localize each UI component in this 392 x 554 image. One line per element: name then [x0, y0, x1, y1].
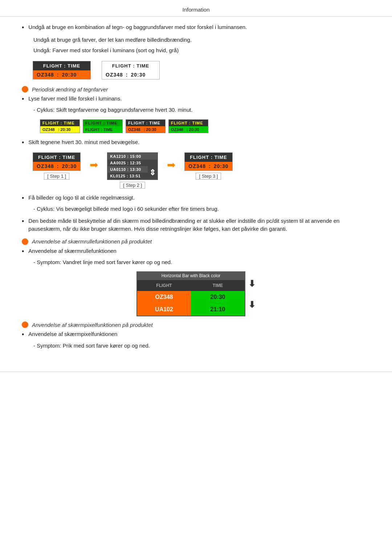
fp-header-light: FLIGHT : TIME	[102, 61, 159, 70]
cp3-row: OZ348 : 20:30	[126, 126, 165, 133]
orange-circle-text-1: Periodisk ændring af tegnfarver	[32, 86, 108, 93]
orange-circle-text-3: Anvendelse af skærmpixelfunktionen på pr…	[32, 322, 153, 328]
cycle-panel-2: FLIGHT : TIME FLIGHT : TIME	[83, 119, 123, 133]
orange-circle-icon-2	[22, 238, 28, 245]
list-item-7: • Anvendelse af skærmpixelfunktionen	[22, 330, 370, 339]
bullet-dot-3: •	[22, 138, 24, 147]
page-header: Information	[0, 0, 392, 17]
step3-header: FLIGHT : TIME	[185, 153, 232, 162]
step3-panel: FLIGHT : TIME OZ348 : 20:30	[184, 152, 232, 171]
bullet-dot-5: •	[22, 217, 24, 226]
orange-circle-item-2: Anvendelse af skærmrullefunktionen på pr…	[22, 238, 370, 245]
step1-panel: FLIGHT : TIME OZ348 : 20:30	[33, 152, 81, 171]
step1-label: [ Step 1 ]	[44, 173, 69, 180]
hbar-cell-oz: OZ348	[137, 291, 191, 303]
step1-time: 20:30	[62, 163, 77, 169]
bullet-dot: •	[22, 23, 24, 32]
step2-panel: KA1210 : 15:00 AA0025 : 12:35 UA0110 : 1…	[107, 152, 158, 180]
orange-circle-item-1: Periodisk ændring af tegnfarver	[22, 86, 370, 93]
step3-oz: OZ348	[188, 163, 206, 169]
list-item-4: • Få billeder og logo til at cirkle rege…	[22, 194, 370, 203]
indent-text: Undgå: Farver med stor forskel i luminan…	[33, 47, 179, 53]
orange-circle-text-2: Anvendelse af skærmrullefunktionen på pr…	[32, 238, 152, 245]
list-item-3: • Skift tegnene hvert 30. minut med bevæ…	[22, 138, 370, 147]
oz-label-light: OZ348	[106, 72, 123, 78]
step1-container: FLIGHT : TIME OZ348 : 20:30 [ Step 1 ]	[33, 152, 81, 180]
hbar-title: Horizontal Bar with Black color	[137, 272, 245, 279]
arrow-icon-1: ➡	[90, 159, 98, 171]
bullet-text-2: Lyse farver med lille forskel i luminans…	[28, 95, 122, 103]
hbar-data-row-2: UA102 21:10	[137, 303, 245, 316]
indent-block-2: - Cyklus: Skift tegnfarverne og baggrund…	[33, 106, 370, 114]
bullet-dot-7: •	[22, 330, 24, 339]
hbar-panel: Horizontal Bar with Black color FLIGHT T…	[136, 271, 245, 316]
hbar-cell-ua: UA102	[137, 303, 191, 316]
cp2-header: FLIGHT : TIME	[83, 120, 122, 126]
s2r2c1: AA0025 : 12:35	[110, 161, 141, 165]
indent-text: Undgå at bruge grå farver, der let kan m…	[33, 37, 192, 43]
step2-row4: KL0125 : 13:51	[108, 173, 148, 179]
indent-block: Undgå: Farver med stor forskel i luminan…	[33, 46, 370, 55]
bullet-dot-4: •	[22, 194, 24, 203]
step1-row: OZ348 : 20:30	[33, 162, 80, 171]
down-arrow-icon-2: ⬇	[248, 300, 256, 310]
fp-data-dark: OZ348 : 20:30	[33, 70, 90, 79]
indent-text-4: - Symptom: Vandret linje med sort farver…	[33, 259, 172, 265]
time-label: 20:30	[62, 72, 77, 78]
cp3-header: FLIGHT : TIME	[126, 120, 165, 126]
cp4-row: OZ348 : 20:30	[169, 126, 208, 133]
step2-label: [ Step 2 ]	[120, 182, 145, 189]
down-arrow-icon: ⬇	[248, 279, 256, 289]
header-title: Information	[182, 7, 209, 13]
cycle-panel-3: FLIGHT : TIME OZ348 : 20:30	[126, 119, 166, 133]
step1-header: FLIGHT : TIME	[33, 153, 80, 162]
orange-circle-icon	[22, 86, 28, 93]
colon-sep-light: :	[126, 72, 128, 78]
up-down-arrow: ⇕	[148, 168, 157, 177]
time-label-light: 20:30	[131, 72, 146, 78]
flight-panels-group: FLIGHT : TIME OZ348 : 20:30 FLIGHT : TIM…	[33, 61, 370, 79]
hbar-data-row-1: OZ348 20:30	[137, 291, 245, 303]
arrow-icon-2: ➡	[167, 159, 175, 171]
step3-container: FLIGHT : TIME OZ348 : 20:30 [ Step 3 ]	[184, 152, 232, 180]
list-item-6: • Anvendelse af skærmrullefunktionen	[22, 247, 370, 256]
cycle-panels-row: FLIGHT : TIME OZ348 : 20:30 FLIGHT : TIM…	[40, 119, 370, 133]
orange-circle-item-3: Anvendelse af skærmpixelfunktionen på pr…	[22, 321, 370, 328]
indent-block-3: - Cyklus: Vis bevægeligt billede med log…	[33, 205, 370, 213]
indent-text-5: - Symptom: Prik med sort farve kører op …	[33, 342, 150, 349]
flight-panel-dark: FLIGHT : TIME OZ348 : 20:30	[33, 61, 91, 79]
step-panels-row: FLIGHT : TIME OZ348 : 20:30 [ Step 1 ] ➡…	[33, 152, 370, 189]
step3-row: OZ348 : 20:30	[185, 162, 232, 171]
step2-container: KA1210 : 15:00 AA0025 : 12:35 UA0110 : 1…	[107, 152, 158, 189]
step1-oz: OZ348	[37, 163, 54, 169]
step2-row3: UA0110 : 13:30	[108, 166, 148, 173]
step3-time: 20:30	[214, 163, 229, 169]
step3-label: [ Step 3 ]	[196, 173, 221, 180]
s2r1c1: KA1210 : 15:00	[110, 154, 141, 159]
indent-text-2: - Cyklus: Skift tegnfarverne og baggrund…	[33, 107, 193, 113]
bullet-text-7: Anvendelse af skærmpixelfunktionen	[28, 330, 117, 338]
oz-label: OZ348	[37, 72, 54, 78]
indent-block: Undgå at bruge grå farver, der let kan m…	[33, 36, 370, 44]
list-item: • Undgå at bruge en kombination af tegn-…	[22, 23, 370, 32]
cycle-panel-4: FLIGHT : TIME OZ348 : 20:30	[168, 119, 208, 133]
hbar-header-row: FLIGHT TIME	[137, 280, 245, 291]
hbar-cell-time2: 21:10	[191, 303, 245, 316]
list-item-2: • Lyse farver med lille forskel i lumina…	[22, 95, 370, 104]
cp2-row: FLIGHT : TIME	[83, 126, 122, 133]
cp1-row: OZ348 : 20:30	[40, 126, 79, 133]
indent-block-4: - Symptom: Vandret linje med sort farver…	[33, 258, 370, 267]
colon-sep: :	[57, 72, 59, 78]
orange-circle-icon-3	[22, 321, 28, 328]
fp-data-light: OZ348 : 20:30	[102, 70, 159, 79]
flight-panel-light: FLIGHT : TIME OZ348 : 20:30	[102, 61, 160, 79]
step2-row2: AA0025 : 12:35	[108, 160, 157, 166]
hbar-arrow-indicator: ⬇ ⬇	[245, 279, 256, 310]
bullet-text-3: Skift tegnene hvert 30. minut med bevæge…	[28, 138, 139, 147]
cp4-header: FLIGHT : TIME	[169, 120, 208, 126]
hbar-col1-header: FLIGHT	[137, 280, 191, 291]
indent-block-5: - Symptom: Prik med sort farve kører op …	[33, 342, 370, 350]
bullet-text-5: Den bedste måde til beskyttelse af din s…	[28, 217, 370, 233]
bullet-text: Undgå at bruge en kombination af tegn- o…	[28, 23, 247, 32]
cycle-panel-1: FLIGHT : TIME OZ348 : 20:30	[40, 119, 80, 133]
